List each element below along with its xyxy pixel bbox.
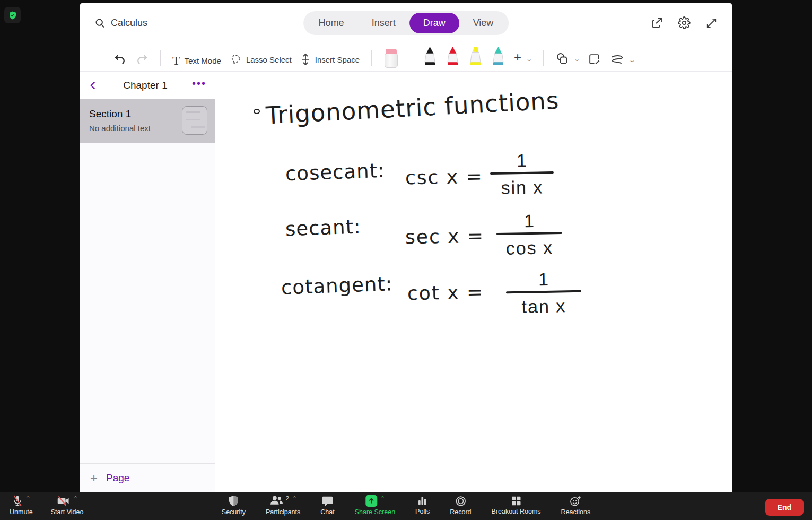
tab-home[interactable]: Home <box>305 13 358 33</box>
add-pen-button[interactable]: + ⌄ <box>514 52 531 68</box>
fraction-denominator: cos x <box>496 233 563 258</box>
fraction-numerator: 1 <box>505 268 581 291</box>
reactions-button[interactable]: Reactions <box>561 495 591 516</box>
polls-label: Polls <box>415 508 430 515</box>
section-text: Section 1 No additional text <box>89 108 151 133</box>
participants-count: 2 <box>286 495 289 501</box>
page-thumbnail <box>182 106 207 135</box>
unmute-label: Unmute <box>10 508 33 516</box>
camera-off-icon <box>57 495 71 507</box>
chat-bubble-icon <box>321 496 333 507</box>
back-chevron-icon[interactable] <box>88 80 99 91</box>
note-pen-icon <box>588 53 601 66</box>
security-button[interactable]: Security <box>222 495 246 516</box>
search-box[interactable]: Calculus <box>94 18 147 29</box>
formula-fraction: 1 cos x <box>496 210 563 259</box>
eraser-body <box>385 54 398 68</box>
fraction-numerator: 1 <box>496 210 562 233</box>
insert-space-button[interactable]: Insert Space <box>300 53 360 68</box>
text-mode-button[interactable]: T Text Mode <box>172 55 221 68</box>
reactions-smiley-icon <box>570 496 581 507</box>
plus-icon: + <box>514 52 521 66</box>
chevron-up-icon[interactable]: ⌃ <box>379 496 385 501</box>
chevron-down-icon: ⌄ <box>629 57 636 64</box>
handwritten-bullet <box>254 109 260 114</box>
polls-button[interactable]: Polls <box>415 495 430 516</box>
formula-lhs: sec x = <box>405 225 485 248</box>
formula-name: cotangent: <box>281 272 393 299</box>
ink-note-button[interactable] <box>588 53 601 68</box>
ribbon-tab-group: Home Insert Draw View <box>303 11 509 35</box>
participants-label: Participants <box>266 508 300 516</box>
draw-ribbon: T Text Mode Lasso Select Insert Space <box>80 43 732 72</box>
insert-space-icon <box>300 53 311 66</box>
lasso-icon <box>230 54 242 66</box>
highlighter-yellow-tool[interactable] <box>468 46 483 68</box>
add-page-button[interactable]: + Page <box>80 463 215 492</box>
chat-button[interactable]: Chat <box>320 495 334 516</box>
fraction-denominator: tan x <box>506 292 582 317</box>
meeting-security-badge[interactable] <box>4 7 21 23</box>
search-icon <box>94 18 106 29</box>
pen-red-tool[interactable] <box>446 46 460 68</box>
scribble-icon <box>609 54 624 66</box>
toolbar-left-group: ⌃ Unmute ⌃ Start Video <box>10 495 83 516</box>
pen-black-tool[interactable] <box>423 46 437 68</box>
section-subtitle: No additional text <box>89 124 151 133</box>
formula-fraction: 1 sin x <box>490 150 554 198</box>
unmute-button[interactable]: ⌃ Unmute <box>10 495 33 516</box>
handwritten-title: Trigonometric functions <box>265 86 560 130</box>
record-label: Record <box>450 508 471 516</box>
shapes-icon <box>555 52 569 66</box>
share-icon[interactable] <box>650 16 663 29</box>
formula-lhs: cot x = <box>407 281 484 305</box>
formula-name: cosecant: <box>285 159 385 186</box>
share-screen-button[interactable]: ⌃ Share Screen <box>355 495 395 516</box>
plus-icon: + <box>90 473 98 483</box>
toolbar-center-group: Security 2 ⌃ Participants Chat <box>222 495 590 516</box>
end-meeting-button[interactable]: End <box>765 499 804 516</box>
lasso-select-button[interactable]: Lasso Select <box>230 54 292 68</box>
chevron-up-icon[interactable]: ⌃ <box>25 496 31 501</box>
undo-button[interactable] <box>113 53 127 68</box>
record-icon <box>455 496 466 507</box>
formula-name: secant: <box>285 215 361 241</box>
ribbon-divider <box>411 50 411 66</box>
tab-draw[interactable]: Draw <box>409 13 459 33</box>
reactions-label: Reactions <box>561 508 591 516</box>
tab-view[interactable]: View <box>459 13 508 33</box>
settings-gear-icon[interactable] <box>678 16 691 29</box>
chat-label: Chat <box>320 508 334 516</box>
ribbon-divider <box>160 50 161 66</box>
fraction-denominator: sin x <box>490 173 554 198</box>
breakout-rooms-label: Breakout Rooms <box>492 508 541 515</box>
onenote-window: Calculus Home Insert Draw View <box>80 3 732 492</box>
more-options-icon[interactable]: ••• <box>192 81 206 90</box>
ink-to-shape-button[interactable]: ⌄ <box>609 54 634 68</box>
section-title: Section 1 <box>89 108 151 120</box>
shapes-button[interactable]: ⌄ <box>555 52 579 68</box>
formula-fraction: 1 tan x <box>505 268 582 317</box>
notebook-sidebar: Chapter 1 ••• Section 1 No additional te… <box>80 72 215 492</box>
mic-muted-icon <box>12 495 23 507</box>
start-video-button[interactable]: ⌃ Start Video <box>51 495 84 516</box>
ribbon-divider <box>371 50 372 66</box>
eraser-tool[interactable] <box>385 49 398 68</box>
fraction-numerator: 1 <box>490 150 554 172</box>
record-button[interactable]: Record <box>450 495 471 516</box>
section-list-item[interactable]: Section 1 No additional text <box>80 99 215 143</box>
share-screen-icon <box>365 495 377 507</box>
chevron-up-icon[interactable]: ⌃ <box>291 496 297 501</box>
chevron-down-icon: ⌄ <box>573 56 580 63</box>
fullscreen-expand-icon[interactable] <box>705 17 718 29</box>
breakout-rooms-button[interactable]: Breakout Rooms <box>492 495 541 516</box>
drawing-canvas[interactable]: Trigonometric functions cosecant: csc x … <box>215 72 732 492</box>
chevron-down-icon: ⌄ <box>526 56 532 63</box>
redo-button[interactable] <box>135 53 149 68</box>
ribbon-divider <box>543 50 544 66</box>
search-query: Calculus <box>111 18 147 29</box>
participants-button[interactable]: 2 ⌃ Participants <box>266 495 300 516</box>
tab-insert[interactable]: Insert <box>358 13 409 33</box>
chevron-up-icon[interactable]: ⌃ <box>73 496 78 501</box>
pen-teal-tool[interactable] <box>491 46 505 68</box>
